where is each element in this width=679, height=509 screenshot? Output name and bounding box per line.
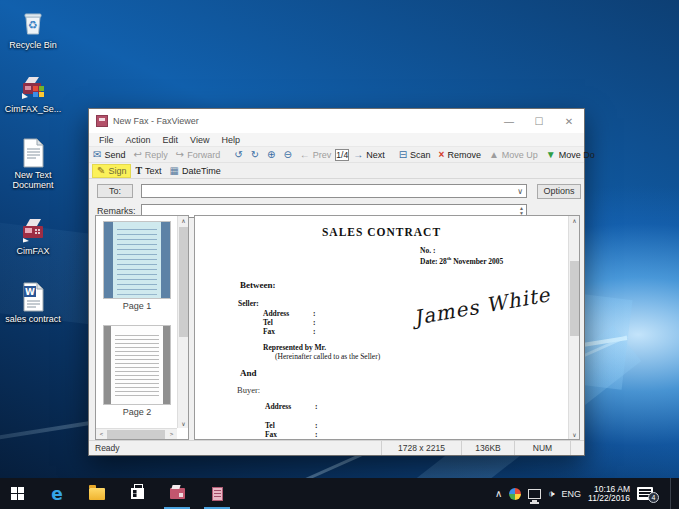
zoom-out-button[interactable]: ⊖ [279, 148, 295, 162]
next-icon: → [353, 150, 363, 160]
desktop-icon-new-text-document[interactable]: New Text Document [2, 138, 64, 190]
cimfax-icon [170, 488, 185, 499]
desktop-icon-recycle-bin[interactable]: ♻ Recycle Bin [2, 8, 64, 50]
start-button[interactable] [4, 478, 30, 509]
language-indicator[interactable]: ENG [562, 489, 582, 499]
menu-view[interactable]: View [184, 135, 215, 145]
hereinafter-line: (Hereinafter called to as the Seller) [275, 352, 380, 361]
page-indicator[interactable]: 1/4 [335, 149, 349, 161]
close-button[interactable]: ✕ [554, 109, 584, 133]
menu-action[interactable]: Action [120, 135, 157, 145]
signature-annotation[interactable]: James White [412, 282, 552, 330]
scroll-down-icon[interactable]: ∨ [569, 431, 580, 438]
rotate-right-button[interactable]: ↻ [247, 148, 263, 162]
menu-edit[interactable]: Edit [157, 135, 185, 145]
page-2-preview [104, 326, 170, 404]
thumbnail-label: Page 2 [104, 407, 170, 417]
seller-address-row: Address: [263, 309, 316, 318]
window-title: New Fax - FaxViewer [113, 116, 199, 126]
taskbar-edge[interactable]: e [44, 478, 70, 509]
desktop-icon-label: sales contract [5, 314, 61, 324]
fax-document[interactable]: SALES CONTRACT No. : Date: 28th November… [195, 216, 568, 439]
scroll-down-icon[interactable]: ∨ [178, 420, 189, 427]
system-tray: ∧ 🕩 ENG 10:16 AM 11/22/2016 4 [495, 478, 679, 509]
desktop-icon-cimfax-setup[interactable]: CimFAX_Se... [2, 72, 64, 114]
datetime-button[interactable]: ▦DateTime [166, 164, 225, 178]
next-page-button[interactable]: →Next [349, 148, 389, 162]
thumbnail-page-2[interactable]: Page 2 [104, 326, 170, 417]
taskbar-file-explorer[interactable] [84, 478, 110, 509]
screen: ♻ Recycle Bin CimFAX_Se... New Text Docu… [0, 0, 679, 509]
prev-page-button[interactable]: ←Prev [296, 148, 336, 162]
scrollbar-thumb[interactable] [107, 430, 165, 439]
thumbnail-pane: Page 1 Page 2 ∧ ∨ < > [95, 215, 189, 440]
send-button[interactable]: ✉Send [89, 148, 129, 162]
scroll-up-icon[interactable]: ∧ [178, 217, 189, 224]
forward-button[interactable]: ↪Forward [172, 148, 224, 162]
prev-icon: ← [300, 150, 310, 160]
taskbar-clock[interactable]: 10:16 AM 11/22/2016 [588, 485, 630, 503]
network-icon[interactable] [528, 489, 541, 499]
sign-button[interactable]: ✎Sign [92, 164, 131, 178]
windows-logo-icon [11, 487, 24, 500]
desktop-icon-label: New Text Document [2, 170, 64, 190]
zoom-in-icon: ⊕ [267, 150, 275, 160]
tray-expand-chevron-icon[interactable]: ∧ [495, 488, 502, 499]
recycle-bin-icon: ♻ [18, 8, 48, 38]
datetime-icon: ▦ [170, 166, 179, 176]
volume-icon[interactable]: 🕩 [548, 488, 554, 500]
forward-icon: ↪ [176, 150, 184, 160]
taskbar-cimfax[interactable] [164, 478, 190, 509]
desktop-icon-label: CimFAX_Se... [5, 104, 62, 114]
resize-grip[interactable] [570, 441, 584, 455]
to-combobox[interactable]: ∨ [141, 184, 527, 198]
reply-button[interactable]: ↩Reply [129, 148, 171, 162]
taskbar-faxviewer[interactable] [204, 478, 230, 509]
menu-bar: File Action Edit View Help [89, 133, 584, 147]
thumbnail-vertical-scrollbar[interactable]: ∧ ∨ [177, 216, 188, 428]
main-toolbar: ✉Send ↩Reply ↪Forward ↺ ↻ ⊕ ⊖ ←Prev 1/4 … [89, 147, 584, 163]
taskbar-store[interactable] [124, 478, 150, 509]
clock-date: 11/22/2016 [588, 494, 630, 503]
to-button[interactable]: To: [97, 184, 133, 198]
recipient-row: To: ∨ Options [89, 183, 584, 199]
browser-tray-icon[interactable] [509, 488, 521, 500]
reply-icon: ↩ [133, 150, 141, 160]
spinner-icon[interactable]: ▲▼ [519, 206, 524, 216]
move-down-button[interactable]: ▼Move Do [542, 148, 599, 162]
document-vertical-scrollbar[interactable]: ∧ ∨ [568, 216, 579, 439]
notification-badge: 4 [648, 492, 659, 503]
page-1-preview [104, 222, 170, 298]
menu-file[interactable]: File [93, 135, 120, 145]
scroll-right-icon[interactable]: > [166, 431, 177, 437]
scroll-left-icon[interactable]: < [96, 431, 107, 437]
minimize-button[interactable]: — [494, 109, 524, 133]
text-button[interactable]: TText [131, 164, 165, 178]
show-desktop-button[interactable] [670, 478, 675, 509]
remove-button[interactable]: ×Remove [435, 148, 485, 162]
buyer-label: Buyer: [237, 385, 260, 395]
represented-line: Represented by Mr. [263, 343, 326, 352]
rotate-left-button[interactable]: ↺ [230, 148, 246, 162]
scan-button[interactable]: ⊟Scan [395, 148, 435, 162]
cimfax-setup-icon [18, 72, 48, 102]
title-bar[interactable]: New Fax - FaxViewer — ☐ ✕ [89, 109, 584, 133]
scroll-up-icon[interactable]: ∧ [569, 217, 580, 224]
thumbnail-page-1[interactable]: Page 1 [104, 222, 170, 311]
thumbnail-horizontal-scrollbar[interactable]: < > [96, 428, 177, 439]
action-center-icon[interactable]: 4 [637, 487, 653, 500]
scrollbar-thumb[interactable] [179, 227, 188, 337]
menu-help[interactable]: Help [215, 135, 246, 145]
desktop-icon-cimfax[interactable]: CimFAX [2, 214, 64, 256]
image-dimensions: 1728 x 2215 [381, 441, 461, 455]
options-button[interactable]: Options [537, 184, 581, 199]
thumbnail-label: Page 1 [104, 301, 170, 311]
scrollbar-thumb[interactable] [570, 261, 579, 336]
rotate-right-icon: ↻ [251, 150, 259, 160]
zoom-in-button[interactable]: ⊕ [263, 148, 279, 162]
desktop-icon-sales-contract[interactable]: W sales contract [2, 282, 64, 324]
maximize-button[interactable]: ☐ [524, 109, 554, 133]
move-up-button[interactable]: ▲Move Up [485, 148, 542, 162]
edge-icon: e [51, 484, 63, 504]
remove-icon: × [439, 150, 445, 160]
